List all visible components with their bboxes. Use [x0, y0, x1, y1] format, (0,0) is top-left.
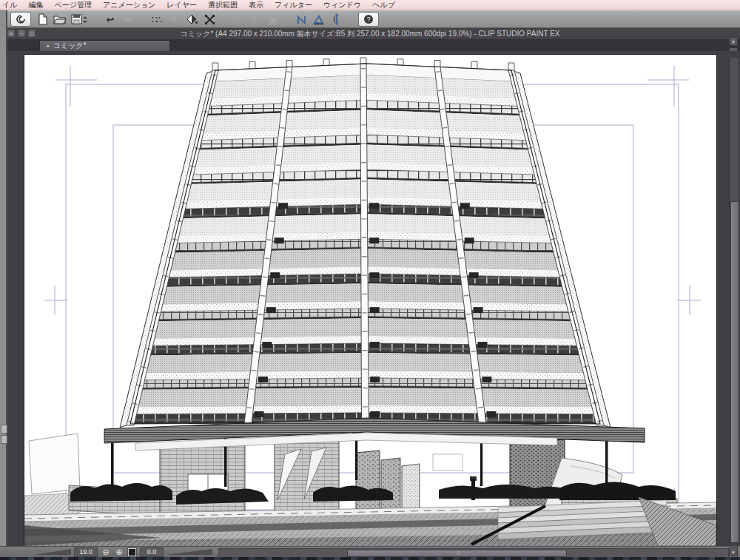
menu-item-file[interactable]: イル: [2, 0, 17, 10]
clip-studio-paint-window: イル 編集 ページ管理 アニメーション レイヤー 選択範囲 表示 フィルター ウ…: [0, 0, 740, 560]
snap-to-special-ruler-icon[interactable]: [312, 13, 326, 26]
crop-mark-top-left: [56, 66, 97, 107]
redo-icon[interactable]: ↪: [121, 13, 135, 26]
menu-item-page-manage[interactable]: ページ管理: [54, 0, 91, 10]
help-icon[interactable]: ?: [358, 12, 379, 27]
rotation-slider[interactable]: [166, 549, 212, 555]
transform-icon[interactable]: [203, 13, 216, 26]
tab-menu-button[interactable]: ▾: [729, 37, 738, 46]
zoom-slider[interactable]: [34, 549, 71, 555]
snap-to-ruler-icon[interactable]: [295, 13, 308, 26]
command-bar: ↩ ↪ ∷∴ ⌖ ▱ ▱ ▣ ?: [0, 10, 740, 28]
entrance-sign: [433, 454, 462, 470]
mask-icon-2[interactable]: ▱: [249, 13, 262, 26]
menu-bar: イル 編集 ページ管理 アニメーション レイヤー 選択範囲 表示 フィルター ウ…: [0, 0, 740, 10]
open-file-icon[interactable]: [53, 13, 67, 26]
move-tool-icon[interactable]: ⌖: [167, 13, 181, 26]
undo-icon[interactable]: ↩: [104, 13, 117, 26]
clip-studio-logo-icon[interactable]: [10, 12, 31, 27]
zoom-out-icon[interactable]: ⊖: [101, 547, 111, 556]
document-title-bar: × − □ コミック* (A4 297.00 x 210.00mm 製本サイズ:…: [0, 28, 740, 39]
ground-level: [24, 418, 716, 546]
hedge-right: [559, 482, 676, 500]
palette-mini-icon[interactable]: [1, 425, 7, 434]
menu-item-help[interactable]: ヘルプ: [372, 0, 395, 10]
new-file-icon[interactable]: [36, 13, 49, 26]
horizontal-scrollbar-thumb[interactable]: ⠿: [347, 550, 567, 557]
desktop-strip: [0, 557, 740, 560]
vertical-scrollbar[interactable]: [729, 58, 739, 542]
zoom-in-icon[interactable]: ⊕: [114, 547, 124, 556]
minimize-button[interactable]: −: [18, 30, 25, 37]
modified-dot-icon: ●: [47, 44, 50, 48]
crop-mark-top-right: [648, 66, 689, 107]
menu-item-animation[interactable]: アニメーション: [103, 0, 155, 10]
canvas-frame: [0, 51, 740, 546]
menu-item-selection[interactable]: 選択範囲: [208, 0, 238, 10]
center-mark-right: [677, 286, 701, 315]
window-buttons: × − □: [7, 30, 36, 37]
canvas-page[interactable]: [24, 54, 717, 547]
tab-label: コミック*: [53, 41, 87, 51]
hedge-left: [70, 483, 172, 502]
object-selector-icon[interactable]: ∷∴: [149, 13, 163, 26]
scroll-down-button[interactable]: ▾: [729, 547, 738, 556]
rotation-value[interactable]: 0.0: [140, 547, 164, 557]
left-fence-panel: [29, 434, 80, 494]
scrollbar-grip-icon: ⠿: [457, 552, 465, 556]
gate-slab-3: [402, 464, 420, 510]
document-title: コミック* (A4 297.00 x 210.00mm 製本サイズ:B5 判 2…: [0, 29, 740, 39]
building-tower: [120, 58, 610, 428]
snap-to-grid-icon[interactable]: [330, 13, 343, 26]
palette-mini-icon[interactable]: [1, 435, 7, 444]
gate-slab-1: [356, 451, 380, 512]
center-mark-left: [44, 286, 67, 315]
status-bar: 19.0 ⊖ ⊕ 0.0 ↺ ↻ ⚙ ◂ ⠿ ▾: [0, 546, 740, 557]
menu-item-layer[interactable]: レイヤー: [166, 0, 197, 10]
building-illustration: [24, 55, 716, 546]
hedge-center-left: [176, 488, 269, 505]
save-file-icon[interactable]: [71, 13, 89, 26]
menu-item-edit[interactable]: 編集: [28, 0, 43, 10]
close-button[interactable]: ×: [7, 30, 15, 37]
mask-icon-1[interactable]: ▱: [231, 13, 244, 26]
maximize-button[interactable]: □: [28, 30, 36, 37]
svg-text:?: ?: [366, 16, 370, 23]
document-tab-bar: ● コミック*: [0, 39, 740, 51]
tab-comic[interactable]: ● コミック*: [39, 40, 170, 51]
menu-item-filter[interactable]: フィルター: [275, 0, 312, 10]
vertical-scrollbar-thumb[interactable]: [730, 201, 739, 543]
fill-tool-icon[interactable]: [185, 13, 198, 26]
fit-to-screen-button[interactable]: [127, 547, 137, 557]
menu-item-window[interactable]: ウィンドウ: [323, 0, 361, 10]
frame-icon[interactable]: ▣: [266, 13, 280, 26]
zoom-value[interactable]: 19.0: [74, 547, 98, 557]
menu-item-view[interactable]: 表示: [249, 0, 263, 10]
collapsed-palette-strip[interactable]: [0, 10, 7, 557]
gate-slab-2: [381, 458, 400, 511]
